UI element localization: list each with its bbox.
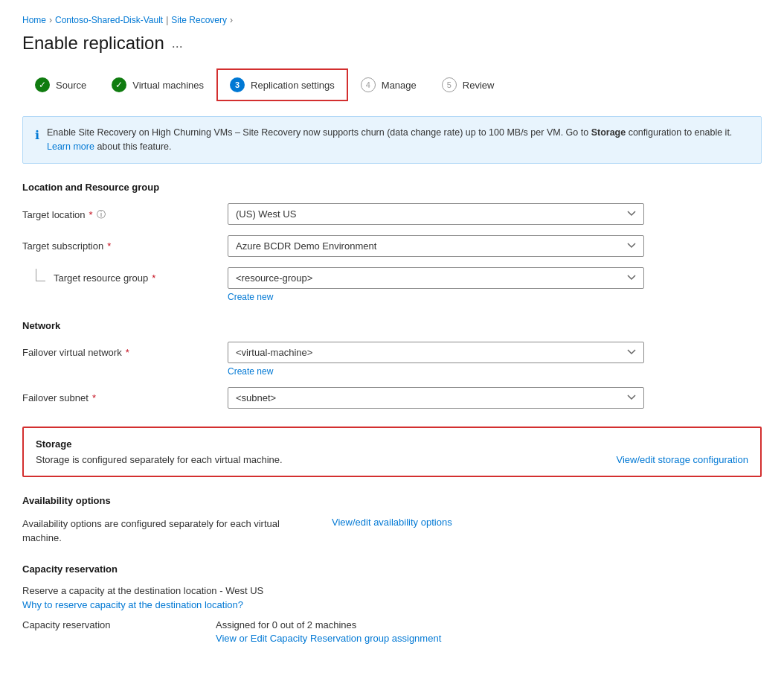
review-step-label: Review — [463, 80, 495, 91]
failover-subnet-label: Failover subnet * — [22, 387, 216, 403]
capacity-reservation-title: Capacity reservation — [22, 563, 762, 575]
failover-virtual-network-label: Failover virtual network * — [22, 342, 216, 358]
failover-virtual-network-row: Failover virtual network * <virtual-mach… — [22, 342, 762, 377]
storage-box-content: Storage is configured separately for eac… — [36, 454, 748, 465]
review-step-icon: 5 — [442, 77, 457, 92]
breadcrumb-vault[interactable]: Contoso-Shared-Disk-Vault — [55, 15, 163, 25]
network-section: Network Failover virtual network * <virt… — [22, 320, 762, 409]
page-title: Enable replication — [22, 33, 164, 54]
failover-virtual-network-control: <virtual-machine> Create new — [228, 342, 762, 377]
virtual-machines-step-label: Virtual machines — [132, 80, 204, 91]
capacity-reservation-row: Capacity reservation Assigned for 0 out … — [22, 619, 762, 644]
target-subscription-required: * — [107, 240, 111, 252]
page-title-container: Enable replication ... — [22, 33, 762, 54]
target-resource-group-dropdown[interactable]: <resource-group> — [228, 267, 644, 289]
failover-subnet-required: * — [92, 392, 96, 403]
target-resource-group-control: <resource-group> Create new — [228, 267, 762, 302]
breadcrumb-site-recovery[interactable]: Site Recovery — [171, 15, 227, 25]
failover-virtual-network-dropdown[interactable]: <virtual-machine> — [228, 342, 644, 363]
target-subscription-control: Azure BCDR Demo Environment — [228, 235, 762, 257]
info-banner-icon: ℹ — [35, 127, 39, 154]
wizard-steps: ✓ Source ✓ Virtual machines 3 Replicatio… — [22, 68, 762, 101]
create-vnet-link[interactable]: Create new — [228, 366, 762, 377]
capacity-reservation-action-link[interactable]: View or Edit Capacity Reservation group … — [216, 633, 762, 644]
target-location-required: * — [89, 209, 93, 220]
target-location-control: (US) West US — [228, 203, 762, 225]
capacity-reservation-description: Reserve a capacity at the destination lo… — [22, 585, 762, 596]
target-subscription-label: Target subscription * — [22, 235, 216, 252]
breadcrumb-sep2: | — [166, 15, 168, 25]
availability-options-description: Availability options are configured sepa… — [22, 517, 320, 546]
view-edit-storage-link[interactable]: View/edit storage configuration — [616, 454, 748, 465]
failover-subnet-dropdown[interactable]: <subnet> — [228, 387, 644, 409]
network-title: Network — [22, 320, 762, 331]
breadcrumb: Home › Contoso-Shared-Disk-Vault | Site … — [22, 15, 762, 25]
target-resource-group-required: * — [152, 272, 155, 284]
manage-step-label: Manage — [382, 80, 417, 91]
wizard-step-review[interactable]: 5 Review — [429, 69, 507, 100]
breadcrumb-sep1: › — [49, 15, 52, 25]
page-title-menu[interactable]: ... — [172, 36, 183, 51]
target-subscription-dropdown[interactable]: Azure BCDR Demo Environment — [228, 235, 644, 257]
wizard-step-virtual-machines[interactable]: ✓ Virtual machines — [99, 69, 216, 100]
target-location-dropdown[interactable]: (US) West US — [228, 203, 644, 225]
manage-step-icon: 4 — [361, 77, 376, 92]
replication-settings-step-icon: 3 — [230, 77, 245, 92]
source-step-label: Source — [56, 80, 86, 91]
target-location-row: Target location * ⓘ (US) West US — [22, 203, 762, 225]
failover-subnet-control: <subnet> — [228, 387, 762, 409]
availability-options-row: Availability options are configured sepa… — [22, 517, 762, 546]
view-edit-availability-link[interactable]: View/edit availability options — [332, 517, 452, 528]
replication-settings-step-label: Replication settings — [251, 80, 335, 91]
storage-description: Storage is configured separately for eac… — [36, 454, 283, 465]
target-location-label: Target location * ⓘ — [22, 203, 216, 221]
breadcrumb-sep3: › — [230, 15, 233, 25]
info-banner-text: Enable Site Recovery on High Churning VM… — [47, 126, 749, 154]
availability-options-section: Availability options Availability option… — [22, 495, 762, 546]
info-banner: ℹ Enable Site Recovery on High Churning … — [22, 116, 762, 164]
capacity-reservation-value: Assigned for 0 out of 2 machines View or… — [216, 619, 762, 644]
target-resource-group-row: Target resource group * <resource-group>… — [22, 267, 762, 302]
failover-vnet-required: * — [126, 347, 129, 358]
storage-title: Storage — [36, 438, 748, 450]
wizard-step-source[interactable]: ✓ Source — [22, 69, 99, 100]
capacity-reservation-why-link[interactable]: Why to reserve capacity at the destinati… — [22, 599, 243, 610]
info-banner-learn-more[interactable]: Learn more — [47, 141, 94, 152]
virtual-machines-step-icon: ✓ — [112, 77, 126, 92]
target-subscription-row: Target subscription * Azure BCDR Demo En… — [22, 235, 762, 257]
storage-section: Storage Storage is configured separately… — [22, 427, 762, 477]
source-step-icon: ✓ — [35, 77, 50, 92]
capacity-assigned-text: Assigned for 0 out of 2 machines — [216, 619, 762, 630]
wizard-step-replication-settings[interactable]: 3 Replication settings — [216, 68, 348, 101]
target-location-info-icon[interactable]: ⓘ — [97, 208, 106, 221]
capacity-reservation-label: Capacity reservation — [22, 619, 216, 630]
create-resource-group-link[interactable]: Create new — [228, 292, 762, 302]
failover-subnet-row: Failover subnet * <subnet> — [22, 387, 762, 409]
availability-options-title: Availability options — [22, 495, 762, 506]
location-resource-group-title: Location and Resource group — [22, 182, 762, 193]
location-resource-group-section: Location and Resource group Target locat… — [22, 182, 762, 302]
wizard-step-manage[interactable]: 4 Manage — [348, 69, 429, 100]
breadcrumb-home[interactable]: Home — [22, 15, 46, 25]
capacity-reservation-section: Capacity reservation Reserve a capacity … — [22, 563, 762, 644]
target-resource-group-label: Target resource group * — [22, 267, 216, 284]
